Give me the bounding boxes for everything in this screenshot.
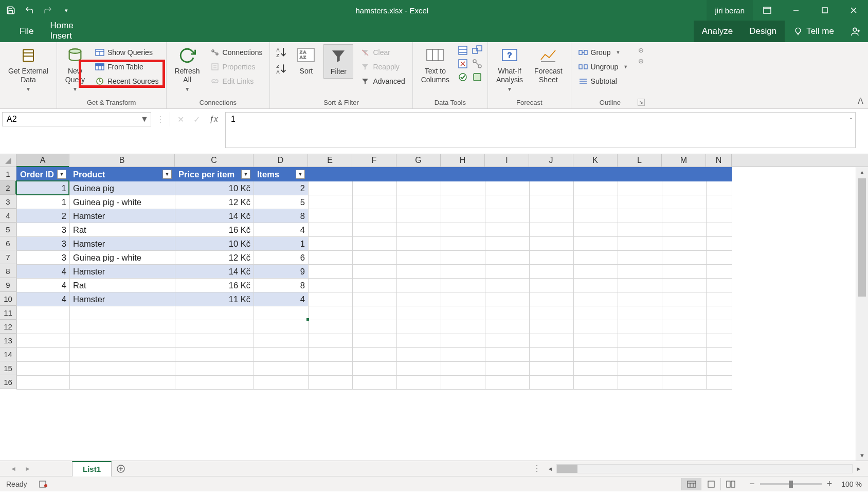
cell[interactable] bbox=[707, 376, 732, 390]
cell[interactable] bbox=[254, 306, 309, 320]
cell[interactable] bbox=[707, 362, 732, 376]
row-header[interactable]: 10 bbox=[0, 292, 16, 306]
cell[interactable] bbox=[441, 237, 485, 251]
cell[interactable] bbox=[17, 362, 70, 376]
cell[interactable] bbox=[662, 348, 707, 362]
cell[interactable]: 8 bbox=[254, 209, 309, 223]
cell[interactable] bbox=[574, 195, 618, 209]
cell[interactable] bbox=[707, 348, 732, 362]
ribbon-display-icon[interactable] bbox=[753, 0, 782, 21]
cell[interactable] bbox=[397, 181, 441, 195]
connections-button[interactable]: Connections bbox=[208, 46, 265, 59]
row-header[interactable]: 3 bbox=[0, 195, 16, 209]
cell[interactable] bbox=[530, 320, 574, 334]
zoom-in-icon[interactable]: + bbox=[827, 479, 833, 489]
cell[interactable] bbox=[662, 209, 707, 223]
cell[interactable] bbox=[309, 320, 353, 334]
sort-button[interactable]: Z AA Z Sort bbox=[294, 44, 318, 76]
data-model-icon[interactable] bbox=[472, 72, 482, 82]
column-header[interactable]: C bbox=[175, 154, 254, 167]
cell[interactable] bbox=[441, 279, 485, 292]
cell[interactable]: 1 bbox=[254, 237, 309, 251]
cell[interactable] bbox=[662, 279, 707, 292]
cell[interactable] bbox=[574, 320, 618, 334]
cell[interactable] bbox=[662, 251, 707, 265]
cell[interactable] bbox=[530, 376, 574, 390]
cell[interactable] bbox=[353, 251, 397, 265]
cell[interactable] bbox=[574, 251, 618, 265]
cell[interactable] bbox=[574, 237, 618, 251]
cell[interactable]: 4 bbox=[254, 292, 309, 306]
cell[interactable] bbox=[309, 181, 353, 195]
cell[interactable] bbox=[574, 181, 618, 195]
cell[interactable] bbox=[530, 334, 574, 348]
tab-design[interactable]: Design bbox=[741, 21, 785, 42]
cell[interactable]: Items▼ bbox=[254, 168, 309, 181]
cell[interactable]: 3 bbox=[17, 251, 70, 265]
cell[interactable] bbox=[397, 376, 441, 390]
cell[interactable]: Hamster bbox=[70, 237, 175, 251]
column-header[interactable]: I bbox=[485, 154, 529, 167]
cell[interactable] bbox=[574, 306, 618, 320]
cell[interactable] bbox=[397, 237, 441, 251]
cell[interactable] bbox=[662, 320, 707, 334]
row-header[interactable]: 9 bbox=[0, 278, 16, 292]
cell[interactable] bbox=[441, 362, 485, 376]
cell[interactable]: 2 bbox=[17, 209, 70, 223]
filter-button[interactable]: Filter bbox=[323, 44, 353, 79]
redo-icon[interactable] bbox=[43, 6, 52, 15]
cell[interactable] bbox=[353, 279, 397, 292]
close-button[interactable] bbox=[839, 0, 868, 21]
account-name[interactable]: jiri beran bbox=[707, 0, 753, 21]
cell[interactable] bbox=[254, 320, 309, 334]
macro-recorder-icon[interactable] bbox=[39, 481, 48, 488]
reapply-button[interactable]: Reapply bbox=[358, 61, 407, 73]
cell[interactable] bbox=[397, 348, 441, 362]
cell[interactable] bbox=[530, 362, 574, 376]
cell[interactable] bbox=[309, 251, 353, 265]
cell[interactable] bbox=[530, 265, 574, 279]
recent-sources-button[interactable]: Recent Sources bbox=[93, 75, 161, 87]
flash-fill-icon[interactable] bbox=[458, 45, 468, 56]
what-if-button[interactable]: ? What-If Analysis ▼ bbox=[493, 44, 526, 93]
cell[interactable]: Rat bbox=[70, 223, 175, 237]
cell[interactable] bbox=[530, 251, 574, 265]
cell[interactable] bbox=[309, 306, 353, 320]
fx-icon[interactable]: ƒx bbox=[209, 115, 218, 124]
edit-links-button[interactable]: Edit Links bbox=[208, 75, 265, 87]
column-header[interactable]: G bbox=[396, 154, 441, 167]
cell[interactable] bbox=[530, 279, 574, 292]
cell[interactable] bbox=[530, 306, 574, 320]
cell[interactable] bbox=[17, 320, 70, 334]
column-header[interactable]: K bbox=[573, 154, 618, 167]
cell[interactable]: 11 Kč bbox=[175, 292, 254, 306]
cell[interactable] bbox=[485, 209, 530, 223]
cell[interactable] bbox=[485, 251, 530, 265]
cell[interactable] bbox=[618, 292, 662, 306]
cell[interactable] bbox=[397, 168, 441, 181]
cell[interactable] bbox=[309, 348, 353, 362]
row-header[interactable]: 2 bbox=[0, 181, 16, 195]
forecast-sheet-button[interactable]: Forecast Sheet bbox=[531, 44, 565, 84]
cell[interactable] bbox=[70, 348, 175, 362]
cell[interactable] bbox=[309, 195, 353, 209]
cell[interactable] bbox=[530, 195, 574, 209]
cell[interactable] bbox=[441, 223, 485, 237]
tab-data-mining[interactable]: Data Mining bbox=[42, 134, 107, 144]
cell[interactable] bbox=[530, 237, 574, 251]
scroll-right-icon[interactable]: ► bbox=[854, 466, 864, 472]
cell[interactable] bbox=[397, 279, 441, 292]
save-icon[interactable] bbox=[6, 6, 15, 15]
cell[interactable] bbox=[618, 265, 662, 279]
filter-dropdown-icon[interactable]: ▼ bbox=[162, 170, 172, 179]
cell[interactable]: 1 bbox=[17, 195, 70, 209]
text-to-columns-button[interactable]: Text to Columns bbox=[418, 44, 453, 84]
cell[interactable] bbox=[574, 362, 618, 376]
cell[interactable] bbox=[353, 376, 397, 390]
cell[interactable] bbox=[662, 306, 707, 320]
cell[interactable] bbox=[530, 348, 574, 362]
cell[interactable]: Guinea pig - white bbox=[70, 195, 175, 209]
column-header[interactable]: A bbox=[16, 154, 69, 167]
horizontal-scrollbar[interactable]: ◄ ► bbox=[545, 464, 864, 473]
ungroup-button[interactable]: Ungroup ▼ bbox=[576, 61, 630, 73]
